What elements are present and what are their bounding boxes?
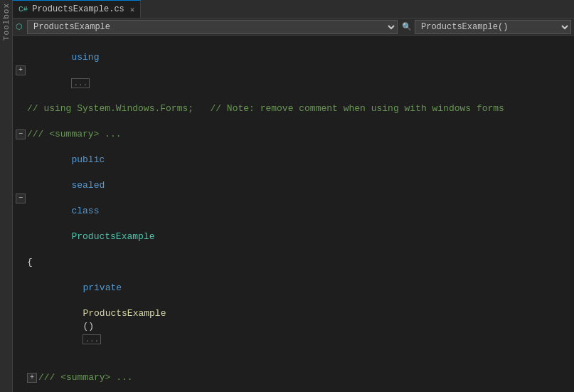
- nav-bar: ⬡ ProductsExample 🔍 ProductsExample(): [13, 18, 574, 36]
- code-line-6: {: [13, 256, 574, 269]
- code-line-2: // using System.Windows.Forms; // Note: …: [13, 102, 574, 115]
- collapsed-using: ...: [71, 78, 90, 88]
- collapsed-constructor: ...: [83, 334, 101, 344]
- summary-2: /// <summary> ...: [38, 371, 133, 384]
- code-line-7: private ProductsExample () ...: [13, 269, 574, 359]
- tab-label: ProductsExample.cs: [32, 4, 124, 14]
- products-tab[interactable]: C# ProductsExample.cs ✕: [13, 0, 141, 18]
- tab-bar: C# ProductsExample.cs ✕: [13, 0, 574, 18]
- tab-close-button[interactable]: ✕: [130, 5, 135, 14]
- code-line-4: − /// <summary> ...: [13, 128, 574, 141]
- code-line-8: [13, 359, 574, 371]
- code-line-3: [13, 115, 574, 128]
- csharp-file-icon: C#: [18, 5, 28, 14]
- expand-btn-5[interactable]: −: [16, 194, 26, 203]
- nav-search-icon: 🔍: [402, 22, 412, 31]
- editor-area: C# ProductsExample.cs ✕ ⬡ ProductsExampl…: [13, 0, 574, 392]
- code-line-1: + using ...: [13, 38, 574, 102]
- code-area[interactable]: + using ... // using System.Windows.Form…: [13, 36, 574, 392]
- code-line-9: + /// <summary> ...: [13, 371, 574, 384]
- toolbox-label: Toolbox: [2, 3, 11, 41]
- toolbox-sidebar: Toolbox: [0, 0, 13, 392]
- code-line-5: − public sealed class ProductsExample: [13, 141, 574, 256]
- expand-btn-9[interactable]: +: [27, 373, 37, 383]
- code-line-10: + private void SelectAll () ...: [13, 384, 574, 392]
- expand-btn-1[interactable]: +: [16, 65, 26, 75]
- nav-member-dropdown[interactable]: ProductsExample(): [415, 20, 571, 34]
- summary-1: /// <summary> ...: [27, 128, 122, 141]
- class-nav-icon: ⬡: [16, 22, 23, 31]
- nav-type-dropdown[interactable]: ProductsExample: [27, 20, 398, 34]
- comment-line: // using System.Windows.Forms; // Note: …: [27, 102, 504, 115]
- expand-btn-4[interactable]: −: [16, 129, 26, 139]
- open-brace: {: [27, 256, 33, 269]
